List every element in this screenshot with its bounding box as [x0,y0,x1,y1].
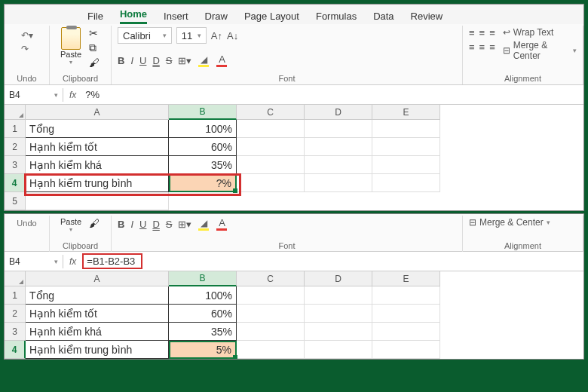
cell-a1-b[interactable]: Tổng [26,286,169,305]
font-name-select[interactable]: Calibri▾ [118,27,172,44]
cell-d3[interactable] [305,156,372,174]
col-header-b-b[interactable]: B [169,271,237,286]
cell-b4[interactable]: ?% [169,174,237,192]
row-header-1-b[interactable]: 1 [5,286,26,305]
cell-d3-b[interactable] [305,323,372,341]
cell-b2-b[interactable]: 60% [169,305,237,323]
cell-e1[interactable] [372,120,440,138]
cell-d1-b[interactable] [305,286,372,305]
fx-icon[interactable]: fx [63,90,82,100]
tab-page-layout[interactable]: Page Layout [244,11,299,22]
select-all-corner[interactable] [5,105,26,120]
col-header-c-b[interactable]: C [237,271,305,286]
cut-icon[interactable]: ✂ [89,27,100,39]
row-header-3-b[interactable]: 3 [5,323,26,341]
paste-button[interactable]: Paste ▾ [56,27,86,69]
fx-icon-b[interactable]: fx [63,256,82,267]
name-box[interactable]: B4▾ [5,88,63,102]
cell-e2[interactable] [372,138,440,156]
cell-a3[interactable]: Hạnh kiểm khá [26,156,169,174]
align-left-icon[interactable]: ≡ [469,41,475,53]
cell-a1[interactable]: Tổng [26,120,169,138]
fill-color-button-b[interactable]: ◢ [198,218,210,231]
underline-button-b[interactable]: U [139,219,146,230]
cell-e3-b[interactable] [372,323,440,341]
col-header-a[interactable]: A [26,105,169,120]
formula-input-b[interactable]: =B1-B2-B3 [82,253,142,269]
align-center-icon[interactable]: ≡ [479,41,485,53]
cell-b3-b[interactable]: 35% [169,323,237,341]
cell-e4[interactable] [372,174,440,192]
font-color-button[interactable]: A [216,54,228,67]
italic-button[interactable]: I [130,55,133,66]
strikethrough-button-b[interactable]: S [166,219,173,230]
align-middle-icon[interactable]: ≡ [479,27,485,38]
tab-data[interactable]: Data [373,11,394,22]
row-header-5[interactable]: 5 [5,192,26,210]
formula-input[interactable]: ?% [82,87,583,102]
bold-button-b[interactable]: B [118,219,124,230]
cell-c4-b[interactable] [237,341,305,359]
row-header-2[interactable]: 2 [5,138,26,156]
tab-formulas[interactable]: Formulas [316,11,357,22]
cell-c1[interactable] [237,120,305,138]
tab-file[interactable]: File [87,11,103,22]
italic-button-b[interactable]: I [130,219,133,230]
cell-b3[interactable]: 35% [169,156,237,174]
cell-c3-b[interactable] [237,323,305,341]
decrease-font-icon[interactable]: A↓ [227,30,238,41]
row-header-3[interactable]: 3 [5,156,26,174]
col-header-c[interactable]: C [237,105,305,120]
cell-c2-b[interactable] [237,305,305,323]
cell-c2[interactable] [237,138,305,156]
cell-a2[interactable]: Hạnh kiểm tốt [26,138,169,156]
double-underline-button[interactable]: D [152,55,159,66]
cell-a4-b[interactable]: Hạnh kiểm trung bình [26,341,169,359]
name-box-b[interactable]: B4▾ [5,255,63,268]
col-header-d[interactable]: D [305,105,372,120]
col-header-d-b[interactable]: D [305,271,372,286]
bold-button[interactable]: B [118,55,124,66]
merge-center-button-b[interactable]: ⊟Merge & Center▾ [469,217,577,228]
cell-b4-b[interactable]: 5% [169,341,237,359]
row-header-4[interactable]: 4 [5,174,26,192]
cell-d4[interactable] [305,174,372,192]
cell-d4-b[interactable] [305,341,372,359]
align-right-icon[interactable]: ≡ [489,41,495,53]
row-header-4-b[interactable]: 4 [5,341,26,359]
increase-font-icon[interactable]: A↑ [211,30,222,41]
col-header-b[interactable]: B [169,105,237,120]
cell-e4-b[interactable] [372,341,440,359]
cell-d2[interactable] [305,138,372,156]
merge-center-button[interactable]: ⊟Merge & Center▾ [503,40,577,61]
tab-home[interactable]: Home [120,8,147,24]
align-bottom-icon[interactable]: ≡ [489,27,495,38]
cell-c3[interactable] [237,156,305,174]
cell-e3[interactable] [372,156,440,174]
cell-d2-b[interactable] [305,305,372,323]
tab-insert[interactable]: Insert [164,11,188,22]
spreadsheet-grid[interactable]: A B C D E 1 Tổng 100% 2 Hạnh kiểm tốt 60… [5,105,583,210]
cell-b1-b[interactable]: 100% [169,286,237,305]
cell-c4[interactable] [237,174,305,192]
underline-button[interactable]: U [139,55,146,66]
cell-e1-b[interactable] [372,286,440,305]
select-all-corner-b[interactable] [5,271,26,286]
font-size-select[interactable]: 11▾ [176,27,207,44]
cell-c1-b[interactable] [237,286,305,305]
cell-b1[interactable]: 100% [169,120,237,138]
undo-icon[interactable]: ↶▾ [21,30,33,41]
cell-d1[interactable] [305,120,372,138]
tab-review[interactable]: Review [411,11,443,22]
strikethrough-button[interactable]: S [166,55,173,66]
row-header-1[interactable]: 1 [5,120,26,138]
wrap-text-button[interactable]: ↩Wrap Text [503,27,577,38]
font-color-button-b[interactable]: A [216,217,228,231]
col-header-a-b[interactable]: A [26,271,169,286]
cell-a3-b[interactable]: Hạnh kiểm khá [26,323,169,341]
cell-b2[interactable]: 60% [169,138,237,156]
copy-icon[interactable]: ⧉ [89,41,100,54]
cell-a4[interactable]: Hạnh kiểm trung bình [26,174,169,192]
border-button[interactable]: ⊞▾ [178,55,191,66]
format-painter-icon-b[interactable]: 🖌 [89,217,100,229]
